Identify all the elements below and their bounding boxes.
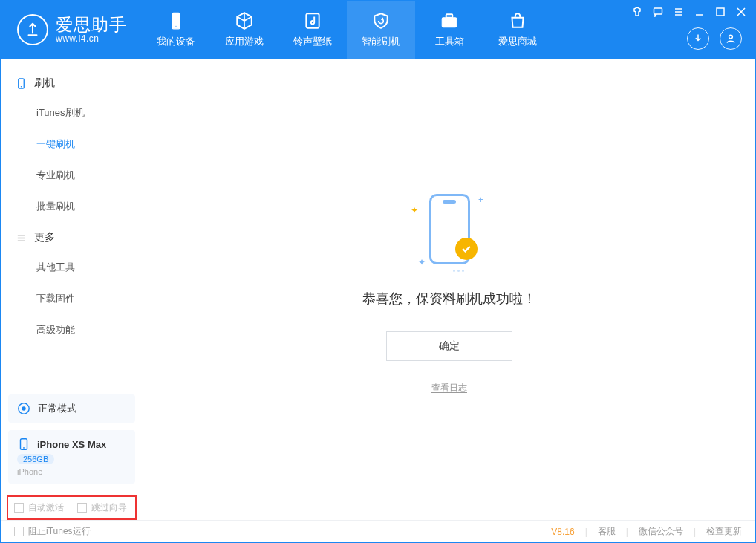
tab-label: 爱思商城 (498, 35, 537, 48)
device-mode-box[interactable]: 正常模式 (8, 394, 135, 423)
phone-icon (17, 438, 30, 451)
header-tabs: 我的设备 应用游戏 铃声壁纸 智能刷机 工具箱 爱思商城 (142, 1, 552, 59)
tab-store[interactable]: 爱思商城 (483, 1, 552, 59)
footer: 阻止iTunes运行 V8.16 | 客服 | 微信公众号 | 检查更新 (1, 520, 755, 542)
dots-icon (453, 270, 464, 272)
sidebar-item-oneclick-flash[interactable]: 一键刷机 (1, 129, 143, 160)
tab-label: 工具箱 (435, 35, 464, 48)
tab-label: 智能刷机 (362, 35, 400, 48)
sidebar-group-more: 更多 (1, 222, 143, 252)
sidebar-group-flash: 刷机 (1, 68, 143, 97)
tab-label: 应用游戏 (225, 35, 264, 48)
checkbox-label: 阻止iTunes运行 (28, 525, 91, 538)
feedback-icon[interactable] (653, 7, 663, 17)
ok-button[interactable]: 确定 (386, 331, 512, 361)
menu-icon[interactable] (674, 7, 684, 17)
customer-service-link[interactable]: 客服 (598, 525, 616, 538)
header: 爱思助手 www.i4.cn 我的设备 应用游戏 铃声壁纸 智能刷机 工具箱 爱… (1, 1, 755, 59)
version-label: V8.16 (551, 527, 574, 537)
sidebar: 刷机 iTunes刷机 一键刷机 专业刷机 批量刷机 更多 其他工具 下载固件 … (1, 59, 143, 520)
device-mode-label: 正常模式 (38, 402, 76, 415)
checkbox-label: 自动激活 (28, 501, 64, 514)
sparkle-icon: + (478, 195, 483, 205)
tab-apps-games[interactable]: 应用游戏 (210, 1, 278, 59)
mode-icon (17, 402, 30, 415)
header-actions (687, 27, 742, 50)
check-badge-icon (455, 238, 478, 260)
tab-toolbox[interactable]: 工具箱 (415, 1, 483, 59)
phone-icon (16, 78, 27, 89)
app-title: 爱思助手 (56, 15, 127, 34)
success-illustration: ✦ + ✦ (405, 184, 494, 273)
device-capacity: 256GB (17, 454, 54, 464)
sidebar-item-itunes-flash[interactable]: iTunes刷机 (1, 97, 143, 129)
briefcase-icon (440, 11, 459, 30)
list-icon (16, 233, 27, 244)
logo-icon (17, 14, 48, 45)
device-type: iPhone (17, 467, 42, 476)
svg-point-13 (23, 447, 25, 449)
cube-icon (235, 11, 254, 30)
user-button[interactable] (720, 27, 742, 50)
sparkle-icon: ✦ (418, 257, 426, 267)
checkbox-icon (14, 527, 24, 536)
device-icon (166, 11, 186, 30)
checkbox-block-itunes[interactable]: 阻止iTunes运行 (14, 525, 91, 538)
checkbox-auto-activate[interactable]: 自动激活 (14, 501, 64, 514)
tab-ringtone-wallpaper[interactable]: 铃声壁纸 (278, 1, 347, 59)
music-icon (303, 11, 322, 30)
close-icon[interactable] (736, 7, 746, 17)
svg-rect-4 (446, 14, 453, 17)
svg-rect-5 (654, 8, 662, 14)
download-button[interactable] (687, 27, 709, 50)
body: 刷机 iTunes刷机 一键刷机 专业刷机 批量刷机 更多 其他工具 下载固件 … (1, 59, 755, 520)
sidebar-item-other-tools[interactable]: 其他工具 (1, 252, 143, 283)
tab-smart-flash[interactable]: 智能刷机 (347, 1, 415, 59)
svg-point-7 (729, 35, 733, 39)
tab-label: 我的设备 (157, 35, 195, 48)
tab-my-device[interactable]: 我的设备 (142, 1, 210, 59)
bag-icon (508, 11, 527, 30)
wechat-link[interactable]: 微信公众号 (639, 525, 683, 538)
app-logo: 爱思助手 www.i4.cn (1, 1, 142, 59)
svg-rect-3 (442, 18, 457, 27)
skin-icon[interactable] (632, 7, 642, 17)
svg-point-11 (22, 406, 25, 410)
device-info-box[interactable]: iPhone XS Max 256GB iPhone (8, 430, 135, 484)
checkbox-icon (14, 503, 24, 513)
checkbox-icon (77, 503, 87, 513)
device-name: iPhone XS Max (37, 439, 106, 450)
tab-label: 铃声壁纸 (293, 35, 332, 48)
view-log-link[interactable]: 查看日志 (431, 382, 467, 394)
sparkle-icon: ✦ (411, 205, 418, 215)
sidebar-item-advanced[interactable]: 高级功能 (1, 314, 143, 345)
flash-options-box: 自动激活 跳过向导 (7, 495, 137, 520)
window-controls (632, 7, 746, 17)
svg-point-1 (175, 26, 177, 27)
svg-rect-6 (717, 8, 724, 16)
checkbox-label: 跳过向导 (91, 501, 127, 514)
main-content: ✦ + ✦ 恭喜您，保资料刷机成功啦！ 确定 查看日志 (143, 59, 755, 520)
sidebar-item-pro-flash[interactable]: 专业刷机 (1, 160, 143, 191)
checkbox-skip-wizard[interactable]: 跳过向导 (77, 501, 127, 514)
success-message: 恭喜您，保资料刷机成功啦！ (362, 290, 536, 308)
refresh-shield-icon (371, 11, 391, 30)
sidebar-item-batch-flash[interactable]: 批量刷机 (1, 191, 143, 222)
svg-point-9 (21, 85, 22, 87)
sidebar-item-download-firmware[interactable]: 下载固件 (1, 283, 143, 314)
maximize-icon[interactable] (715, 7, 726, 17)
minimize-icon[interactable] (694, 7, 705, 17)
app-url: www.i4.cn (56, 34, 127, 45)
check-update-link[interactable]: 检查更新 (706, 525, 742, 538)
device-area: 正常模式 iPhone XS Max 256GB iPhone (1, 394, 143, 491)
